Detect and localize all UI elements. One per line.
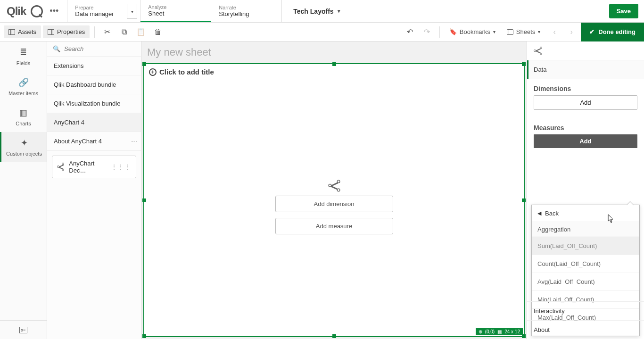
chart-icon: ▥ (19, 107, 27, 118)
rail-charts-label: Charts (16, 121, 31, 126)
sheet-title[interactable]: My new sheet (143, 43, 525, 63)
search-input[interactable] (64, 45, 135, 52)
search-row: 🔍 (47, 41, 141, 57)
done-label: Done editing (598, 28, 636, 35)
panel-extensions[interactable]: Extensions (47, 57, 141, 75)
target-icon: ⊕ (479, 329, 482, 334)
sheet-canvas: My new sheet + Click to add title Add di… (141, 41, 527, 339)
prop-header (527, 41, 644, 60)
delete-icon[interactable]: 🗑 (150, 25, 165, 40)
asset-panel: 🔍 Extensions Qlik Dashboard bundle Qlik … (47, 41, 141, 339)
link-icon: 🔗 (18, 77, 29, 88)
resize-handle[interactable] (142, 198, 146, 202)
rail-fields[interactable]: ≣ Fields (0, 41, 47, 72)
panel-left-icon (8, 29, 15, 35)
nav-analyze[interactable]: Analyze Sheet (140, 0, 211, 22)
panel-anychart[interactable]: AnyChart 4 (47, 113, 141, 132)
asset-rail: ≣ Fields 🔗 Master items ▥ Charts ✦ Custo… (0, 41, 47, 339)
sheet-icon (507, 29, 513, 35)
puzzle-icon: ✦ (21, 138, 28, 148)
rail-custom-label: Custom objects (6, 151, 42, 157)
undo-icon[interactable]: ↶ (403, 25, 418, 40)
assets-label: Assets (18, 28, 36, 35)
next-sheet-icon[interactable]: › (564, 25, 579, 40)
chevron-down-icon: ▾ (338, 8, 340, 14)
search-icon: 🔍 (53, 45, 60, 52)
chevron-down-icon: ▾ (493, 29, 495, 34)
nav-analyze-label: Analyze (148, 4, 203, 10)
resize-handle[interactable] (522, 198, 526, 202)
separator (439, 26, 440, 38)
tab-interactivity[interactable]: Interactivity (527, 301, 644, 320)
done-editing-button[interactable]: ✔ Done editing (581, 23, 644, 41)
properties-toggle[interactable]: Properties (43, 25, 90, 38)
viz-title[interactable]: + Click to add title (144, 64, 524, 80)
logo-q-icon (31, 5, 43, 17)
logo-area: Qlik ••• (0, 0, 67, 22)
tab-about[interactable]: About (527, 320, 644, 339)
nav-narrate-value: Storytelling (219, 10, 274, 17)
paste-icon[interactable]: 📋 (133, 25, 149, 40)
agg-sum[interactable]: Sum(Laid_Off_Count) (532, 237, 639, 255)
dimensions-section: Dimensions Add (527, 79, 644, 116)
rail-footer[interactable]: x= (0, 320, 47, 339)
plus-icon: + (149, 68, 157, 76)
nav-prepare-label: Prepare (75, 5, 132, 10)
chevron-down-icon[interactable]: ▾ (127, 4, 137, 19)
save-button[interactable]: Save (609, 4, 638, 18)
aggregation-header: Aggregation (532, 222, 639, 237)
sheets-label: Sheets (516, 28, 535, 35)
resize-handle[interactable] (142, 334, 146, 338)
panel-dashboard-bundle[interactable]: Qlik Dashboard bundle (47, 75, 141, 94)
chart-draggable[interactable]: AnyChart Dec… ⋮⋮⋮ (52, 156, 136, 178)
viz-title-text: Click to add title (159, 68, 214, 76)
rail-fields-label: Fields (17, 60, 30, 66)
panel-viz-bundle[interactable]: Qlik Visualization bundle (47, 94, 141, 113)
panel-about-label: About AnyChart 4 (54, 138, 102, 145)
assets-toggle[interactable]: Assets (4, 25, 41, 38)
nav-narrate[interactable]: Narrate Storytelling (211, 0, 282, 22)
app-title-text: Tech Layoffs (293, 8, 333, 15)
more-menu-icon[interactable]: ••• (48, 6, 60, 16)
panel-about-anychart[interactable]: About AnyChart 4 ⋯ (47, 132, 141, 151)
drag-handle-icon[interactable]: ⋮⋮⋮ (111, 164, 131, 170)
decomposition-icon (534, 47, 542, 55)
redo-icon[interactable]: ↷ (420, 25, 435, 40)
tab-data[interactable]: Data (527, 60, 644, 79)
prev-sheet-icon[interactable]: ‹ (547, 25, 562, 40)
bookmark-icon: 🔖 (449, 28, 457, 35)
add-measure-button[interactable]: Add measure (275, 218, 393, 234)
rail-charts[interactable]: ▥ Charts (0, 102, 47, 132)
measures-label: Measures (534, 124, 637, 132)
bookmarks-label: Bookmarks (460, 28, 490, 35)
bookmarks-menu[interactable]: 🔖 Bookmarks ▾ (445, 25, 500, 38)
edit-toolbar: Assets Properties ✂ ⧉ 📋 🗑 ↶ ↷ 🔖 Bookmark… (0, 23, 644, 41)
resize-handle[interactable] (522, 62, 526, 66)
add-dimension-button[interactable]: Add dimension (275, 196, 393, 212)
chart-card-label: AnyChart Dec… (69, 160, 107, 174)
copy-icon[interactable]: ⧉ (116, 25, 132, 40)
properties-label: Properties (57, 28, 85, 35)
resize-handle[interactable] (142, 62, 146, 66)
sheets-menu[interactable]: Sheets ▾ (502, 25, 545, 38)
viz-empty-state: Add dimension Add measure (144, 80, 524, 336)
agg-avg[interactable]: Avg(Laid_Off_Count) (532, 273, 639, 291)
add-measure-button[interactable]: Add (534, 134, 637, 148)
add-dimension-button[interactable]: Add (534, 95, 637, 110)
visualization-object[interactable]: + Click to add title Add dimension Add m… (143, 63, 525, 337)
app-title[interactable]: Tech Layoffs ▾ (282, 0, 351, 22)
separator (94, 26, 95, 38)
decomposition-icon (57, 163, 64, 171)
popover-back[interactable]: ◀ Back (532, 205, 639, 222)
resize-handle[interactable] (332, 334, 336, 338)
more-icon[interactable]: ⋯ (131, 138, 137, 145)
rail-custom-objects[interactable]: ✦ Custom objects (0, 132, 47, 162)
rail-master-items[interactable]: 🔗 Master items (0, 72, 47, 102)
logo-text: Qlik (7, 5, 26, 18)
status-grid: 24 x 12 (504, 329, 520, 334)
nav-prepare[interactable]: Prepare Data manager ▾ (67, 0, 140, 22)
resize-handle[interactable] (332, 62, 336, 66)
cut-icon[interactable]: ✂ (99, 25, 115, 40)
agg-count[interactable]: Count(Laid_Off_Count) (532, 255, 639, 273)
decomposition-icon (328, 180, 340, 191)
